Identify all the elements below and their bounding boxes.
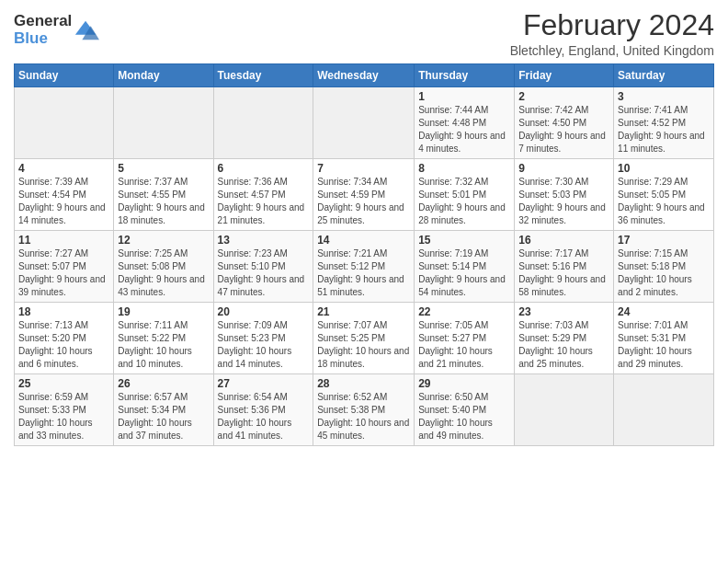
day-number: 24 bbox=[618, 305, 710, 318]
day-number: 5 bbox=[118, 162, 209, 175]
day-info: Sunrise: 7:36 AMSunset: 4:57 PMDaylight:… bbox=[218, 176, 310, 227]
logo-line2: Blue bbox=[14, 30, 72, 48]
logo: General Blue bbox=[14, 13, 99, 47]
day-cell bbox=[313, 87, 415, 159]
col-header-wednesday: Wednesday bbox=[313, 64, 415, 87]
day-info: Sunrise: 7:32 AMSunset: 5:01 PMDaylight:… bbox=[418, 176, 510, 227]
day-info: Sunrise: 7:01 AMSunset: 5:31 PMDaylight:… bbox=[618, 319, 710, 371]
day-cell: 24Sunrise: 7:01 AMSunset: 5:31 PMDayligh… bbox=[614, 303, 714, 374]
day-info: Sunrise: 6:50 AMSunset: 5:40 PMDaylight:… bbox=[418, 391, 510, 442]
col-header-tuesday: Tuesday bbox=[213, 64, 313, 87]
day-number: 23 bbox=[518, 305, 609, 318]
day-info: Sunrise: 7:15 AMSunset: 5:18 PMDaylight:… bbox=[618, 247, 710, 299]
day-info: Sunrise: 7:03 AMSunset: 5:29 PMDaylight:… bbox=[518, 319, 609, 371]
day-number: 12 bbox=[118, 234, 209, 247]
day-number: 7 bbox=[317, 162, 410, 175]
day-cell: 21Sunrise: 7:07 AMSunset: 5:25 PMDayligh… bbox=[313, 303, 415, 374]
col-header-monday: Monday bbox=[114, 64, 213, 87]
day-cell: 5Sunrise: 7:37 AMSunset: 4:55 PMDaylight… bbox=[114, 159, 213, 231]
day-cell bbox=[614, 374, 714, 446]
day-cell: 18Sunrise: 7:13 AMSunset: 5:20 PMDayligh… bbox=[15, 303, 114, 374]
day-cell: 17Sunrise: 7:15 AMSunset: 5:18 PMDayligh… bbox=[614, 231, 714, 303]
day-cell bbox=[213, 87, 313, 159]
main-title: February 2024 bbox=[510, 9, 714, 41]
day-cell: 6Sunrise: 7:36 AMSunset: 4:57 PMDaylight… bbox=[213, 159, 313, 231]
day-cell: 8Sunrise: 7:32 AMSunset: 5:01 PMDaylight… bbox=[415, 159, 515, 231]
day-cell: 7Sunrise: 7:34 AMSunset: 4:59 PMDaylight… bbox=[313, 159, 415, 231]
day-cell: 20Sunrise: 7:09 AMSunset: 5:23 PMDayligh… bbox=[213, 303, 313, 374]
day-cell bbox=[114, 87, 213, 159]
day-cell: 12Sunrise: 7:25 AMSunset: 5:08 PMDayligh… bbox=[114, 231, 213, 303]
col-header-sunday: Sunday bbox=[15, 64, 114, 87]
day-cell: 4Sunrise: 7:39 AMSunset: 4:54 PMDaylight… bbox=[15, 159, 114, 231]
day-cell bbox=[15, 87, 114, 159]
calendar-header: SundayMondayTuesdayWednesdayThursdayFrid… bbox=[15, 64, 714, 87]
day-cell: 26Sunrise: 6:57 AMSunset: 5:34 PMDayligh… bbox=[114, 374, 213, 446]
day-cell: 10Sunrise: 7:29 AMSunset: 5:05 PMDayligh… bbox=[614, 159, 714, 231]
title-area: February 2024 Bletchley, England, United… bbox=[510, 9, 714, 58]
week-row-1: 4Sunrise: 7:39 AMSunset: 4:54 PMDaylight… bbox=[15, 159, 714, 231]
day-info: Sunrise: 7:11 AMSunset: 5:22 PMDaylight:… bbox=[118, 319, 209, 371]
day-info: Sunrise: 6:57 AMSunset: 5:34 PMDaylight:… bbox=[118, 391, 209, 442]
day-number: 17 bbox=[618, 234, 710, 247]
day-cell: 2Sunrise: 7:42 AMSunset: 4:50 PMDaylight… bbox=[515, 87, 614, 159]
day-number: 26 bbox=[118, 377, 209, 390]
page-container: General Blue February 2024 Bletchley, En… bbox=[0, 0, 728, 451]
day-number: 11 bbox=[18, 234, 109, 247]
day-number: 14 bbox=[317, 234, 410, 247]
day-cell: 14Sunrise: 7:21 AMSunset: 5:12 PMDayligh… bbox=[313, 231, 415, 303]
week-row-0: 1Sunrise: 7:44 AMSunset: 4:48 PMDaylight… bbox=[15, 87, 714, 159]
day-cell: 29Sunrise: 6:50 AMSunset: 5:40 PMDayligh… bbox=[415, 374, 515, 446]
week-row-2: 11Sunrise: 7:27 AMSunset: 5:07 PMDayligh… bbox=[15, 231, 714, 303]
day-number: 9 bbox=[518, 162, 609, 175]
day-number: 10 bbox=[618, 162, 710, 175]
day-cell: 23Sunrise: 7:03 AMSunset: 5:29 PMDayligh… bbox=[515, 303, 614, 374]
day-info: Sunrise: 6:52 AMSunset: 5:38 PMDaylight:… bbox=[317, 391, 410, 442]
day-cell: 11Sunrise: 7:27 AMSunset: 5:07 PMDayligh… bbox=[15, 231, 114, 303]
day-info: Sunrise: 7:42 AMSunset: 4:50 PMDaylight:… bbox=[518, 104, 609, 155]
day-cell: 15Sunrise: 7:19 AMSunset: 5:14 PMDayligh… bbox=[415, 231, 515, 303]
header: General Blue February 2024 Bletchley, En… bbox=[14, 9, 714, 58]
logo-text: General Blue bbox=[14, 13, 99, 47]
day-info: Sunrise: 6:59 AMSunset: 5:33 PMDaylight:… bbox=[18, 391, 109, 442]
day-info: Sunrise: 7:39 AMSunset: 4:54 PMDaylight:… bbox=[18, 176, 109, 227]
day-cell: 28Sunrise: 6:52 AMSunset: 5:38 PMDayligh… bbox=[313, 374, 415, 446]
day-info: Sunrise: 7:19 AMSunset: 5:14 PMDaylight:… bbox=[418, 247, 510, 299]
day-cell: 16Sunrise: 7:17 AMSunset: 5:16 PMDayligh… bbox=[515, 231, 614, 303]
calendar-table: SundayMondayTuesdayWednesdayThursdayFrid… bbox=[14, 63, 714, 446]
day-number: 21 bbox=[317, 305, 410, 318]
day-info: Sunrise: 7:34 AMSunset: 4:59 PMDaylight:… bbox=[317, 176, 410, 227]
day-cell bbox=[515, 374, 614, 446]
day-cell: 19Sunrise: 7:11 AMSunset: 5:22 PMDayligh… bbox=[114, 303, 213, 374]
day-cell: 13Sunrise: 7:23 AMSunset: 5:10 PMDayligh… bbox=[213, 231, 313, 303]
day-cell: 9Sunrise: 7:30 AMSunset: 5:03 PMDaylight… bbox=[515, 159, 614, 231]
day-number: 4 bbox=[18, 162, 109, 175]
day-number: 16 bbox=[518, 234, 609, 247]
day-number: 18 bbox=[18, 305, 109, 318]
day-info: Sunrise: 7:21 AMSunset: 5:12 PMDaylight:… bbox=[317, 247, 410, 299]
day-number: 3 bbox=[618, 90, 710, 103]
day-info: Sunrise: 7:23 AMSunset: 5:10 PMDaylight:… bbox=[218, 247, 310, 299]
day-info: Sunrise: 7:27 AMSunset: 5:07 PMDaylight:… bbox=[18, 247, 109, 299]
day-number: 25 bbox=[18, 377, 109, 390]
week-row-4: 25Sunrise: 6:59 AMSunset: 5:33 PMDayligh… bbox=[15, 374, 714, 446]
day-info: Sunrise: 7:37 AMSunset: 4:55 PMDaylight:… bbox=[118, 176, 209, 227]
day-info: Sunrise: 7:44 AMSunset: 4:48 PMDaylight:… bbox=[418, 104, 510, 155]
day-number: 20 bbox=[218, 305, 310, 318]
day-info: Sunrise: 7:25 AMSunset: 5:08 PMDaylight:… bbox=[118, 247, 209, 299]
day-info: Sunrise: 7:29 AMSunset: 5:05 PMDaylight:… bbox=[618, 176, 710, 227]
day-info: Sunrise: 7:07 AMSunset: 5:25 PMDaylight:… bbox=[317, 319, 410, 371]
day-number: 29 bbox=[418, 377, 510, 390]
day-cell: 27Sunrise: 6:54 AMSunset: 5:36 PMDayligh… bbox=[213, 374, 313, 446]
day-info: Sunrise: 6:54 AMSunset: 5:36 PMDaylight:… bbox=[218, 391, 310, 442]
day-number: 8 bbox=[418, 162, 510, 175]
day-number: 6 bbox=[218, 162, 310, 175]
day-info: Sunrise: 7:17 AMSunset: 5:16 PMDaylight:… bbox=[518, 247, 609, 299]
day-number: 15 bbox=[418, 234, 510, 247]
day-info: Sunrise: 7:09 AMSunset: 5:23 PMDaylight:… bbox=[218, 319, 310, 371]
col-header-saturday: Saturday bbox=[614, 64, 714, 87]
day-number: 1 bbox=[418, 90, 510, 103]
day-cell: 25Sunrise: 6:59 AMSunset: 5:33 PMDayligh… bbox=[15, 374, 114, 446]
day-cell: 1Sunrise: 7:44 AMSunset: 4:48 PMDaylight… bbox=[415, 87, 515, 159]
day-cell: 22Sunrise: 7:05 AMSunset: 5:27 PMDayligh… bbox=[415, 303, 515, 374]
